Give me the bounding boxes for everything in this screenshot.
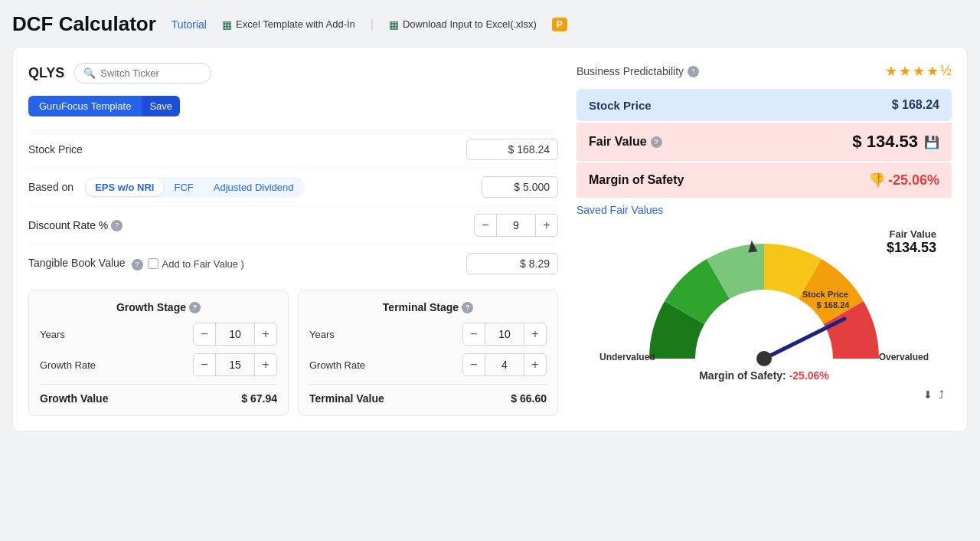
terminal-value-total: Terminal Value $ 66.60: [309, 384, 547, 405]
terminal-stage-box: Terminal Stage ? Years − 10 + Growth Rat…: [298, 290, 558, 416]
based-on-value[interactable]: $ 5.000: [482, 176, 558, 198]
template-button[interactable]: GuruFocus Template: [28, 96, 142, 116]
growth-rate-value: 15: [216, 353, 254, 376]
stock-price-row: Stock Price $ 168.24: [28, 130, 558, 168]
divider: |: [371, 18, 374, 31]
stock-price-band-value: $ 168.24: [892, 98, 939, 112]
excel-icon-2: ▦: [389, 18, 399, 31]
growth-value-label: Growth Value: [40, 392, 108, 405]
stock-price-input[interactable]: $ 168.24: [466, 139, 558, 160]
growth-value-amount: $ 67.94: [241, 392, 277, 405]
discount-help-icon[interactable]: ?: [111, 220, 122, 231]
terminal-stage-title: Terminal Stage ?: [309, 301, 547, 313]
growth-rate-minus[interactable]: −: [193, 353, 216, 376]
star-4: ★: [926, 63, 939, 80]
tangible-book-value-row: Tangible Book Value ? Add to Fair Value …: [28, 244, 558, 282]
discount-plus-button[interactable]: +: [535, 214, 558, 237]
terminal-years-plus[interactable]: +: [524, 323, 547, 346]
tbv-checkbox-label[interactable]: Add to Fair Value ): [148, 258, 244, 270]
fair-value-amount: $ 134.53 💾: [852, 132, 939, 152]
based-on-label: Based on: [28, 181, 74, 193]
growth-years-minus[interactable]: −: [193, 323, 216, 346]
growth-years-stepper: − 10 +: [193, 323, 277, 346]
star-1: ★: [885, 63, 897, 80]
gauge-title: Fair Value $134.53: [887, 228, 936, 256]
growth-rate-stepper: − 15 +: [193, 353, 277, 376]
svg-text:$ 168.24: $ 168.24: [817, 300, 851, 310]
tbv-value[interactable]: $ 8.29: [466, 253, 558, 274]
terminal-years-value: 10: [485, 323, 524, 346]
terminal-rate-label: Growth Rate: [309, 359, 371, 371]
star-2: ★: [899, 63, 911, 80]
ticker-row: QLYS 🔍 Switch Ticker: [28, 63, 558, 84]
tutorial-link[interactable]: Tutorial: [172, 18, 207, 31]
ticker-symbol: QLYS: [28, 65, 64, 81]
excel-icon: ▦: [222, 18, 232, 31]
gauge-download-button[interactable]: ⬇: [923, 389, 933, 401]
tab-dividend[interactable]: Adjusted Dividend: [204, 179, 303, 196]
growth-stage-box: Growth Stage ? Years − 10 + Growth Rate …: [28, 290, 289, 416]
template-row: GuruFocus Template Save: [28, 96, 558, 116]
terminal-years-minus[interactable]: −: [462, 323, 485, 346]
growth-help-icon[interactable]: ?: [189, 302, 201, 313]
download-label: Download Input to Excel(.xlsx): [403, 18, 537, 30]
growth-years-row: Years − 10 +: [40, 323, 277, 346]
stock-price-band: Stock Price $ 168.24: [577, 89, 952, 121]
mos-value: 👎 -25.06%: [868, 172, 939, 189]
tbv-help-icon[interactable]: ?: [132, 259, 143, 270]
fv-help-icon[interactable]: ?: [651, 136, 662, 148]
excel-template-button[interactable]: ▦ Excel Template with Add-In: [222, 18, 355, 31]
premium-badge: P: [552, 18, 567, 31]
save-fv-icon[interactable]: 💾: [924, 135, 939, 149]
terminal-rate-value: 4: [485, 353, 524, 376]
growth-stage-title: Growth Stage ?: [40, 301, 277, 313]
terminal-rate-stepper: − 4 +: [462, 353, 547, 376]
growth-years-plus[interactable]: +: [254, 323, 277, 346]
app-title: DCF Calculator: [12, 12, 156, 36]
terminal-rate-row: Growth Rate − 4 +: [309, 353, 547, 376]
based-on-tab-group: EPS w/o NRI FCF Adjusted Dividend: [84, 177, 304, 198]
fair-value-label: Fair Value ?: [589, 135, 662, 149]
growth-rate-row: Growth Rate − 15 +: [40, 353, 277, 376]
terminal-years-stepper: − 10 +: [462, 323, 547, 346]
search-icon: 🔍: [83, 67, 96, 79]
tab-eps[interactable]: EPS w/o NRI: [86, 179, 163, 196]
saved-fair-values-link[interactable]: Saved Fair Values: [577, 204, 663, 216]
gauge-share-button[interactable]: ⤴: [939, 389, 944, 401]
main-card: QLYS 🔍 Switch Ticker GuruFocus Template …: [12, 47, 968, 432]
gauge-mos-text: Margin of Safety: -25.06%: [699, 369, 829, 382]
predictability-row: Business Predictability ? ★ ★ ★ ★ ½: [577, 63, 952, 80]
stars-rating: ★ ★ ★ ★ ½: [885, 63, 952, 80]
terminal-rate-minus[interactable]: −: [462, 353, 485, 376]
predictability-help-icon[interactable]: ?: [688, 66, 699, 77]
terminal-years-label: Years: [309, 329, 371, 340]
mos-label: Margin of Safety: [589, 173, 684, 187]
terminal-help-icon[interactable]: ?: [462, 302, 473, 313]
gauge-fv-label: Fair Value: [887, 228, 936, 240]
top-bar: DCF Calculator Tutorial ▦ Excel Template…: [12, 12, 968, 36]
gauge-overvalued-label: Overvalued: [879, 352, 929, 362]
terminal-value-label: Terminal Value: [309, 392, 384, 405]
svg-text:Stock Price: Stock Price: [802, 290, 848, 299]
margin-of-safety-band: Margin of Safety 👎 -25.06%: [577, 162, 952, 198]
discount-minus-button[interactable]: −: [474, 214, 497, 237]
terminal-value-amount: $ 66.60: [511, 392, 547, 405]
save-template-button[interactable]: Save: [142, 96, 180, 116]
download-excel-button[interactable]: ▦ Download Input to Excel(.xlsx): [389, 18, 537, 31]
stock-price-label: Stock Price: [28, 143, 83, 156]
gauge-svg: Stock Price $ 168.24: [619, 228, 910, 382]
tbv-label: Tangible Book Value ?: [28, 257, 143, 270]
mos-dislike-icon: 👎: [868, 172, 885, 189]
terminal-rate-plus[interactable]: +: [524, 353, 547, 376]
gauge-actions: ⬇ ⤴: [923, 389, 944, 401]
based-on-row: Based on EPS w/o NRI FCF Adjusted Divide…: [28, 168, 558, 205]
growth-years-label: Years: [40, 329, 101, 340]
svg-point-3: [756, 351, 772, 366]
right-panel: Business Predictability ? ★ ★ ★ ★ ½ Stoc…: [577, 63, 952, 416]
excel-template-label: Excel Template with Add-In: [236, 18, 355, 30]
star-3: ★: [913, 63, 925, 80]
switch-ticker-search[interactable]: 🔍 Switch Ticker: [74, 63, 211, 84]
tbv-checkbox[interactable]: [148, 258, 158, 269]
tab-fcf[interactable]: FCF: [165, 179, 202, 196]
growth-rate-plus[interactable]: +: [254, 353, 277, 376]
